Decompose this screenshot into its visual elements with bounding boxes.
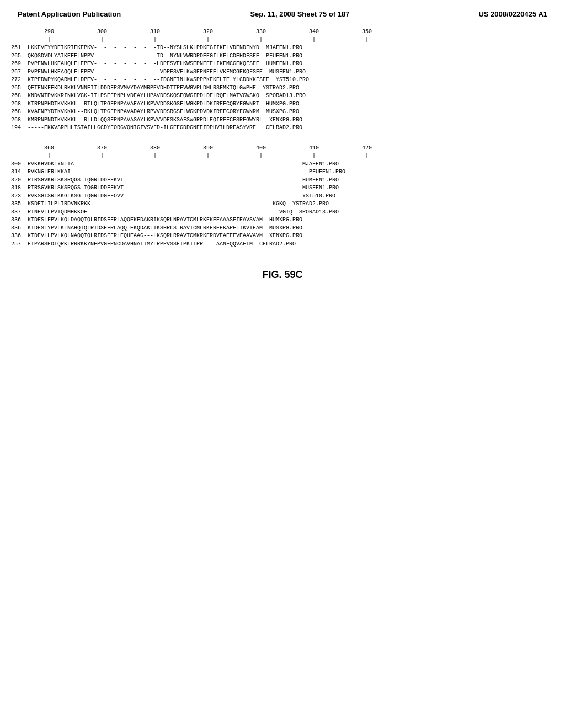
- main-content: 290 300 310 320 330 340 350 | | | | | |: [0, 23, 565, 259]
- sequence-block-1: 290 300 310 320 330 340 350 | | | | | |: [11, 28, 554, 132]
- header-left: Patent Application Publication: [18, 10, 121, 18]
- header-right: US 2008/0220425 A1: [478, 10, 547, 18]
- header-center: Sep. 11, 2008 Sheet 75 of 187: [250, 10, 349, 18]
- figure-label: FIG. 59C: [0, 269, 565, 281]
- sequence-block-2: 360 370 380 390 400 410 420 | | | | | |: [11, 144, 554, 249]
- page-header: Patent Application Publication Sep. 11, …: [0, 0, 565, 23]
